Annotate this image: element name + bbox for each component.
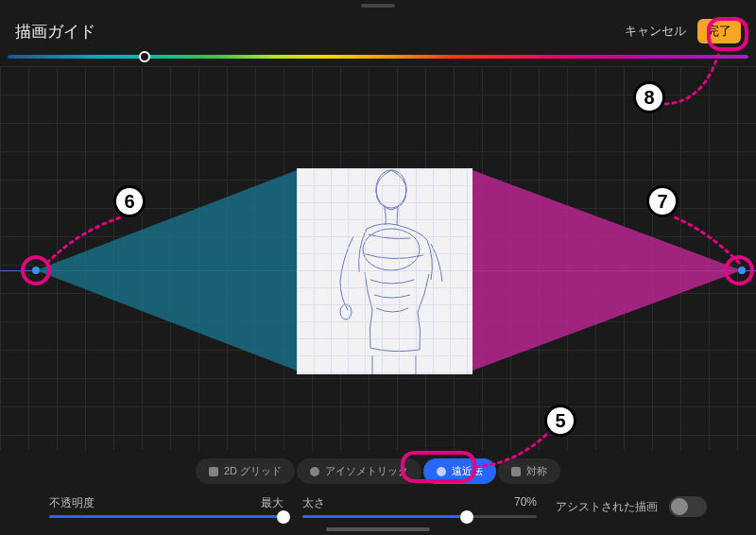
- annotation-done-highlight: [707, 17, 748, 51]
- page-title: 描画ガイド: [15, 21, 95, 43]
- opacity-slider-group: 不透明度 最大: [49, 495, 284, 518]
- opacity-slider[interactable]: [49, 515, 284, 518]
- annotation-line-5: [471, 425, 556, 473]
- annotation-badge-6: 6: [113, 185, 146, 217]
- opacity-knob[interactable]: [277, 510, 290, 524]
- annotation-perspective-highlight: [401, 451, 476, 483]
- thickness-label: 太さ: [302, 495, 325, 511]
- perspective-cone-left: [36, 170, 297, 371]
- annotation-line-6: [42, 212, 127, 268]
- thickness-slider-group: 太さ 70%: [302, 495, 537, 518]
- document-grid: [297, 168, 472, 374]
- assisted-toggle[interactable]: [669, 496, 707, 517]
- annotation-line-8: [656, 47, 731, 113]
- grid-icon: [209, 467, 218, 476]
- canvas-document[interactable]: [297, 168, 472, 374]
- mode-label: 2D グリッド: [224, 464, 282, 478]
- home-indicator[interactable]: [326, 527, 430, 531]
- assisted-drawing-group: アシストされた描画: [556, 496, 707, 517]
- perspective-cone-right: [472, 170, 742, 371]
- header-bar: 描画ガイド キャンセル 完了: [0, 8, 756, 55]
- mode-2d-grid[interactable]: 2D グリッド: [196, 458, 295, 484]
- thickness-slider[interactable]: [302, 515, 537, 518]
- hue-slider-handle[interactable]: [139, 51, 150, 62]
- annotation-badge-8: 8: [633, 81, 665, 113]
- thickness-value: 70%: [514, 495, 537, 511]
- guide-mode-segment: 2D グリッド アイソメトリック 遠近法 対称: [38, 458, 718, 484]
- annotation-badge-5: 5: [544, 405, 576, 437]
- isometric-icon: [310, 467, 319, 476]
- opacity-value: 最大: [261, 495, 284, 511]
- opacity-label: 不透明度: [49, 495, 94, 511]
- annotation-badge-7: 7: [646, 185, 679, 217]
- bottom-panel: 2D グリッド アイソメトリック 遠近法 対称 不透明度 最大: [38, 458, 718, 518]
- assisted-label: アシストされた描画: [556, 499, 658, 515]
- annotation-vp-right-highlight: [724, 255, 754, 285]
- annotation-vp-left-highlight: [21, 255, 51, 285]
- color-hue-slider[interactable]: [8, 55, 748, 59]
- thickness-knob[interactable]: [460, 510, 473, 524]
- cancel-button[interactable]: キャンセル: [625, 23, 686, 40]
- mode-label: アイソメトリック: [325, 464, 408, 478]
